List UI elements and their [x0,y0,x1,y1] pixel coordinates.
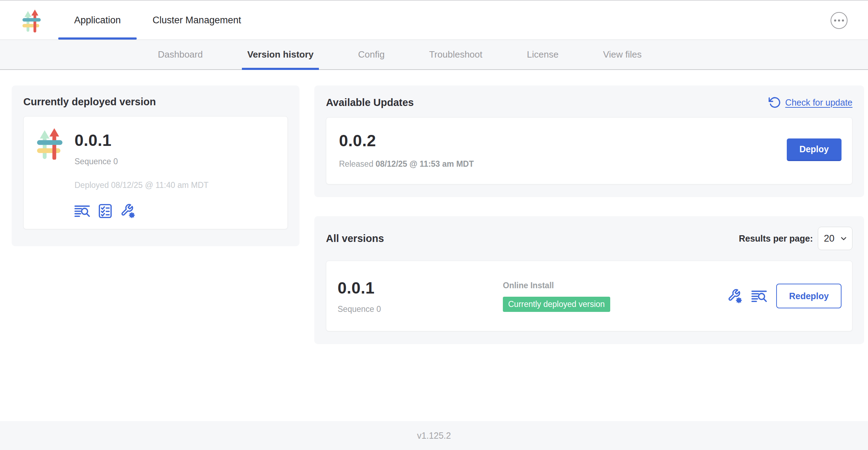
tab-license[interactable]: License [522,40,564,69]
tab-troubleshoot[interactable]: Troubleshoot [424,40,488,69]
check-for-update-link[interactable]: Check for update [768,96,852,109]
top-navbar: Application Cluster Management [0,0,868,40]
deployed-sequence: Sequence 0 [75,157,209,166]
tab-cluster-management[interactable]: Cluster Management [137,1,257,40]
active-tab-underline [58,37,137,40]
refresh-icon[interactable] [768,96,781,109]
available-updates-card: Available Updates Check for update 0.0.2 [314,85,864,197]
install-type: Online Install [503,281,727,290]
row-version-number: 0.0.1 [338,278,503,297]
active-subtab-underline [242,68,319,70]
edit-config-icon[interactable] [727,289,742,303]
row-sequence: Sequence 0 [338,304,503,314]
tab-version-history[interactable]: Version history [242,40,319,69]
currently-deployed-badge: Currently deployed version [503,297,610,312]
right-column: Available Updates Check for update 0.0.2 [314,85,864,344]
currently-deployed-card: Currently deployed version 0.0.1 Sequenc… [12,85,299,246]
app-logo-icon [20,8,44,32]
version-row: 0.0.1 Sequence 0 Online Install Currentl… [326,261,852,331]
ellipsis-menu-button[interactable] [831,12,848,29]
redeploy-button[interactable]: Redeploy [776,284,842,308]
update-version-number: 0.0.2 [339,131,474,150]
edit-config-icon[interactable] [120,203,135,218]
app-subnav: Dashboard Version history Config Trouble… [0,40,868,70]
all-versions-card: All versions Results per page: 20 0.0.1 … [314,216,864,344]
preflight-checklist-icon[interactable] [99,204,112,218]
deployed-timestamp: Deployed 08/12/25 @ 11:40 am MDT [75,180,209,190]
chevron-down-icon [839,234,848,243]
tab-application[interactable]: Application [58,1,137,40]
tab-cluster-management-label: Cluster Management [153,15,241,26]
tab-view-files[interactable]: View files [598,40,647,69]
diff-icon[interactable] [75,205,90,218]
released-date: 08/12/25 @ 11:53 am MDT [376,159,474,168]
top-tabs: Application Cluster Management [58,1,257,40]
check-for-update-label: Check for update [785,97,852,108]
results-per-page-label: Results per page: [739,233,813,244]
deployed-version-number: 0.0.1 [75,131,209,150]
tab-dashboard[interactable]: Dashboard [153,40,208,69]
all-versions-title: All versions [326,233,384,244]
results-per-page-value: 20 [824,233,834,244]
app-logo-icon [34,127,67,160]
console-version: v1.125.2 [417,431,451,441]
tab-config[interactable]: Config [353,40,390,69]
tab-application-label: Application [74,15,121,26]
diff-icon[interactable] [751,290,767,303]
update-version-card: 0.0.2 Released 08/12/25 @ 11:53 am MDT D… [326,117,852,184]
ellipsis-icon [834,19,837,22]
main-content: Currently deployed version 0.0.1 Sequenc… [0,70,868,421]
deploy-button[interactable]: Deploy [787,138,842,161]
page-footer: v1.125.2 [0,421,868,450]
left-column: Currently deployed version 0.0.1 Sequenc… [12,85,299,246]
results-per-page-select[interactable]: 20 [818,227,852,250]
released-prefix: Released [339,159,373,168]
available-updates-title: Available Updates [326,97,414,108]
deployed-version-card: 0.0.1 Sequence 0 Deployed 08/12/25 @ 11:… [23,116,288,229]
currently-deployed-title: Currently deployed version [23,96,288,108]
